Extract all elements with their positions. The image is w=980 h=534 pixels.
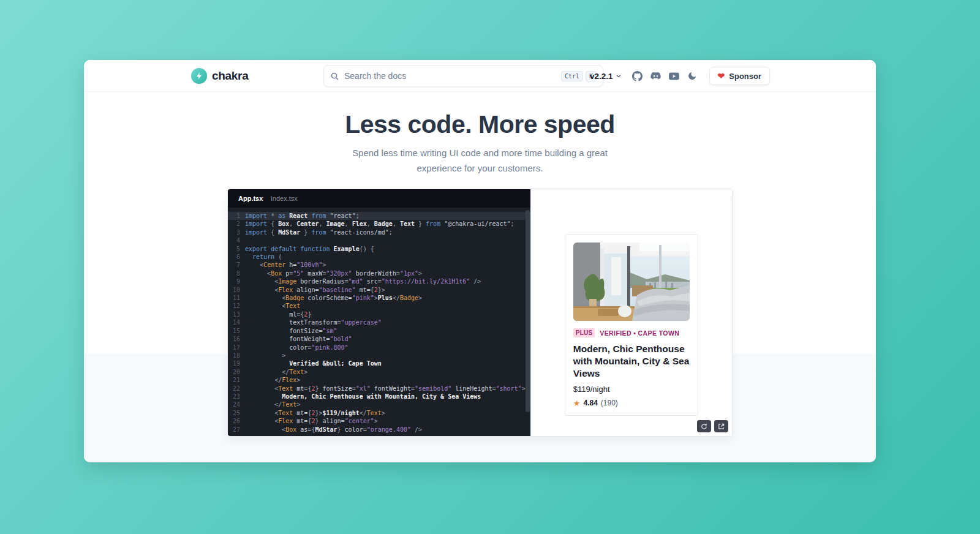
youtube-icon[interactable] bbox=[669, 71, 679, 81]
refresh-button[interactable] bbox=[697, 420, 711, 432]
live-demo: App.tsx index.tsx 1import * as React fro… bbox=[227, 189, 733, 437]
sponsor-label: Sponsor bbox=[729, 72, 761, 81]
version-select[interactable]: v2.2.1 bbox=[590, 72, 622, 81]
code-line: 13 ml={2} bbox=[228, 310, 530, 318]
code-line: 22 <Text mt={2} fontSize="xl" fontWeight… bbox=[228, 385, 530, 393]
sponsor-button[interactable]: ❤ Sponsor bbox=[709, 67, 770, 85]
search-placeholder: Search the docs bbox=[344, 71, 559, 81]
code-editor[interactable]: App.tsx index.tsx 1import * as React fro… bbox=[228, 189, 530, 436]
discord-icon[interactable] bbox=[650, 71, 661, 81]
main-panel: chakra Search the docs Ctrl K v2.2.1 bbox=[84, 60, 876, 462]
subtitle-line-1: Spend less time writing UI code and more… bbox=[84, 146, 876, 161]
code-line: 6 return ( bbox=[228, 253, 530, 261]
listing-rating: ★ 4.84 (190) bbox=[573, 399, 690, 407]
star-icon: ★ bbox=[573, 399, 581, 407]
code-line: 14 textTransform="uppercase" bbox=[228, 318, 530, 326]
editor-tabbar: App.tsx index.tsx bbox=[228, 189, 530, 208]
code-line: 9 <Image borderRadius="md" src="https://… bbox=[228, 277, 530, 285]
preview-panel: PLUS VERIFIED • CAPE TOWN Modern, Chic P… bbox=[530, 189, 732, 436]
chevron-down-icon bbox=[616, 73, 622, 79]
code-line: 26 <Flex mt={2} align="center"> bbox=[228, 417, 530, 425]
code-line: 27 <Box as={MdStar} color="orange.400" /… bbox=[228, 426, 530, 434]
listing-photo bbox=[573, 243, 690, 321]
listing-meta-row: PLUS VERIFIED • CAPE TOWN bbox=[573, 328, 690, 337]
code-line: 23 Modern, Chic Penthouse with Mountain,… bbox=[228, 393, 530, 401]
chakra-logo-icon bbox=[191, 68, 207, 84]
external-link-icon bbox=[718, 423, 725, 430]
heart-icon: ❤ bbox=[718, 72, 725, 80]
refresh-icon bbox=[701, 423, 707, 430]
subtitle-line-2: experience for your customers. bbox=[84, 161, 876, 176]
rating-value: 4.84 bbox=[583, 399, 597, 407]
reviews-count: (190) bbox=[601, 399, 618, 407]
code-line: 15 fontSize="sm" bbox=[228, 327, 530, 335]
header: chakra Search the docs Ctrl K v2.2.1 bbox=[84, 60, 876, 92]
tab-index-tsx[interactable]: index.tsx bbox=[271, 195, 297, 202]
page-title: Less code. More speed bbox=[84, 110, 876, 139]
version-label: v2.2.1 bbox=[590, 72, 613, 81]
code-line: 19 Verified &bull; Cape Town bbox=[228, 359, 530, 367]
code-line: 18 > bbox=[228, 352, 530, 359]
open-external-button[interactable] bbox=[714, 420, 728, 432]
code-line: 5export default function Example() { bbox=[228, 245, 530, 253]
code-line: 7 <Center h="100vh"> bbox=[228, 261, 530, 269]
header-actions: v2.2.1 ❤ Sponsor bbox=[590, 60, 770, 92]
search-input[interactable]: Search the docs Ctrl K bbox=[323, 65, 603, 87]
kbd-ctrl: Ctrl bbox=[561, 71, 583, 81]
github-icon[interactable] bbox=[632, 71, 643, 81]
code-line: 21 </Flex> bbox=[228, 376, 530, 384]
plus-badge: PLUS bbox=[573, 328, 595, 337]
chakra-logo[interactable]: chakra bbox=[191, 60, 248, 92]
preview-actions bbox=[697, 420, 728, 432]
code-line: 3import { MdStar } from "react-icons/md"… bbox=[228, 228, 530, 236]
code-line: 12 <Text bbox=[228, 302, 530, 310]
code-line: 4 bbox=[228, 236, 530, 244]
code-line: 1import * as React from "react"; bbox=[228, 212, 530, 220]
code-line: 10 <Flex align="baseline" mt={2}> bbox=[228, 286, 530, 294]
code-line: 16 fontWeight="bold" bbox=[228, 335, 530, 343]
code-line: 2import { Box, Center, Image, Flex, Badg… bbox=[228, 220, 530, 228]
code-line: 25 <Text mt={2}>$119/night</Text> bbox=[228, 409, 530, 417]
code-line: 8 <Box p="5" maxW="320px" borderWidth="1… bbox=[228, 269, 530, 277]
moon-icon[interactable] bbox=[687, 71, 698, 81]
code-line: 20 </Text> bbox=[228, 368, 530, 376]
page-subtitle: Spend less time writing UI code and more… bbox=[84, 146, 876, 176]
code-line: 24 </Text> bbox=[228, 401, 530, 408]
logo-text: chakra bbox=[212, 69, 248, 83]
tab-app-tsx[interactable]: App.tsx bbox=[238, 195, 263, 202]
listing-card: PLUS VERIFIED • CAPE TOWN Modern, Chic P… bbox=[565, 234, 698, 416]
code-line: 11 <Badge colorScheme="pink">Plus</Badge… bbox=[228, 294, 530, 302]
code-lines[interactable]: 1import * as React from "react";2import … bbox=[228, 208, 530, 436]
code-line: 17 color="pink.800" bbox=[228, 344, 530, 352]
search-icon bbox=[330, 72, 339, 81]
verified-location-label: VERIFIED • CAPE TOWN bbox=[600, 329, 679, 337]
listing-title: Modern, Chic Penthouse with Mountain, Ci… bbox=[573, 343, 690, 380]
editor-scrollbar[interactable] bbox=[526, 210, 530, 412]
listing-price: $119/night bbox=[573, 385, 690, 394]
